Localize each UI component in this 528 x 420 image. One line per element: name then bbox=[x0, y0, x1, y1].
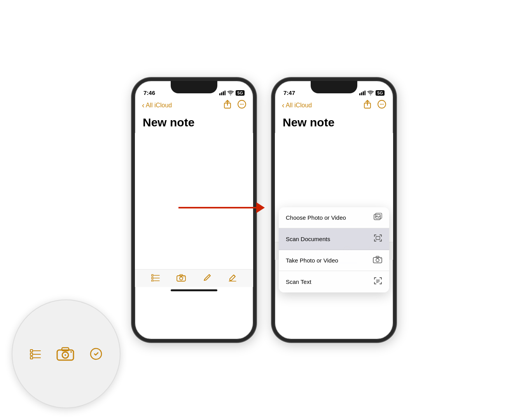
svg-rect-60 bbox=[62, 348, 69, 351]
svg-point-18 bbox=[184, 276, 184, 277]
zoom-pencil-icon bbox=[90, 348, 102, 360]
svg-point-36 bbox=[380, 258, 381, 259]
svg-rect-9 bbox=[152, 275, 153, 276]
menu-item-scan-text[interactable]: Scan Text bbox=[279, 271, 389, 292]
bottom-toolbar-1 bbox=[135, 269, 253, 287]
note-content-1[interactable] bbox=[135, 133, 253, 269]
back-button-2[interactable]: ‹ All iCloud bbox=[282, 101, 312, 110]
svg-rect-32 bbox=[376, 236, 380, 240]
status-bar-2: 7:47 5G bbox=[275, 85, 393, 98]
scan-text-icon bbox=[374, 276, 382, 287]
cellular-1: 5G bbox=[236, 90, 245, 96]
svg-point-16 bbox=[180, 277, 183, 280]
svg-rect-15 bbox=[177, 276, 185, 281]
svg-rect-23 bbox=[365, 91, 366, 95]
zoom-circle bbox=[12, 299, 121, 408]
back-arrow-1: ‹ bbox=[142, 101, 145, 110]
svg-point-59 bbox=[65, 354, 66, 356]
svg-rect-11 bbox=[152, 277, 153, 279]
svg-rect-53 bbox=[30, 353, 33, 355]
svg-rect-13 bbox=[152, 280, 153, 282]
svg-point-34 bbox=[376, 259, 379, 262]
checklist-icon-1[interactable] bbox=[151, 274, 160, 284]
menu-item-scan-documents-label: Scan Documents bbox=[286, 236, 330, 242]
phone2: 7:47 5G ‹ All i bbox=[272, 78, 396, 342]
menu-item-take-photo-label: Take Photo or Video bbox=[286, 257, 338, 264]
time-1: 7:46 bbox=[143, 89, 155, 96]
wifi-icon-2 bbox=[367, 91, 374, 95]
back-label-1: All iCloud bbox=[146, 102, 172, 109]
wifi-icon-1 bbox=[227, 91, 234, 95]
back-arrow-2: ‹ bbox=[282, 101, 285, 110]
arrow-shaft bbox=[178, 207, 256, 208]
home-indicator-1 bbox=[171, 289, 217, 291]
back-label-2: All iCloud bbox=[286, 102, 312, 109]
menu-item-scan-text-label: Scan Text bbox=[286, 278, 311, 285]
compose-icon-1[interactable] bbox=[228, 273, 237, 284]
share-button-1[interactable] bbox=[224, 100, 231, 110]
cellular-2: 5G bbox=[376, 90, 385, 96]
camera-icon-1[interactable] bbox=[177, 274, 186, 284]
more-button-1[interactable] bbox=[238, 100, 246, 110]
svg-rect-55 bbox=[30, 357, 33, 359]
svg-rect-20 bbox=[359, 93, 360, 95]
scan-document-icon bbox=[374, 234, 382, 244]
camera-icon-menu bbox=[373, 256, 382, 265]
svg-rect-21 bbox=[361, 92, 362, 95]
context-menu: Choose Photo or Video Scan Documents bbox=[279, 207, 389, 292]
svg-rect-0 bbox=[219, 93, 220, 95]
nav-bar-1: ‹ All iCloud bbox=[135, 98, 253, 114]
svg-point-7 bbox=[241, 104, 242, 105]
scene: 7:46 5G ‹ All i bbox=[0, 0, 528, 420]
svg-point-26 bbox=[380, 104, 381, 105]
status-icons-2: 5G bbox=[359, 90, 385, 96]
menu-item-scan-documents[interactable]: Scan Documents bbox=[279, 228, 389, 250]
svg-point-6 bbox=[240, 104, 241, 105]
svg-rect-17 bbox=[180, 275, 183, 276]
pencil-icon-1[interactable] bbox=[203, 273, 212, 284]
status-bar-1: 7:46 5G bbox=[135, 85, 253, 98]
arrow bbox=[178, 202, 265, 213]
svg-rect-3 bbox=[225, 91, 226, 95]
signal-icon-1 bbox=[219, 91, 226, 95]
svg-point-62 bbox=[91, 348, 101, 359]
page-title-1: New note bbox=[135, 114, 253, 133]
more-button-2[interactable] bbox=[378, 100, 386, 110]
svg-point-27 bbox=[381, 104, 382, 105]
nav-actions-1 bbox=[224, 100, 246, 110]
photo-library-icon bbox=[374, 213, 382, 222]
arrow-head bbox=[256, 202, 265, 213]
menu-item-choose-photo-label: Choose Photo or Video bbox=[286, 214, 346, 221]
menu-item-take-photo[interactable]: Take Photo or Video bbox=[279, 250, 389, 271]
menu-item-choose-photo[interactable]: Choose Photo or Video bbox=[279, 207, 389, 228]
back-button-1[interactable]: ‹ All iCloud bbox=[142, 101, 172, 110]
signal-icon-2 bbox=[359, 91, 365, 95]
svg-rect-1 bbox=[221, 92, 222, 95]
time-2: 7:47 bbox=[283, 89, 295, 96]
svg-point-61 bbox=[70, 351, 72, 353]
zoom-checklist-icon bbox=[30, 348, 41, 359]
status-icons-1: 5G bbox=[219, 90, 245, 96]
zoom-camera-icon bbox=[56, 346, 74, 361]
nav-bar-2: ‹ All iCloud bbox=[275, 98, 393, 114]
svg-rect-51 bbox=[30, 350, 33, 352]
share-button-2[interactable] bbox=[364, 100, 371, 110]
nav-actions-2 bbox=[364, 100, 386, 110]
svg-point-28 bbox=[383, 104, 383, 105]
svg-point-8 bbox=[243, 104, 243, 105]
page-title-2: New note bbox=[275, 114, 393, 133]
svg-rect-2 bbox=[223, 91, 224, 95]
svg-rect-22 bbox=[363, 91, 364, 95]
svg-rect-35 bbox=[376, 256, 379, 258]
zoom-toolbar-content bbox=[22, 339, 110, 369]
svg-rect-31 bbox=[376, 213, 382, 219]
